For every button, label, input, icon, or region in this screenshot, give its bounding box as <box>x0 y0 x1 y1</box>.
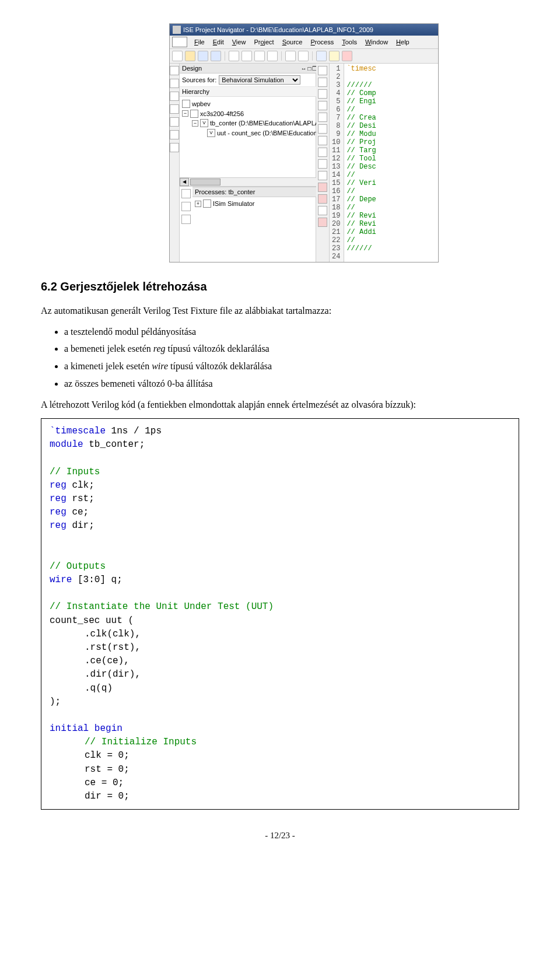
left-icon-strip <box>170 64 180 262</box>
menu-view[interactable]: View <box>229 38 250 46</box>
process-isim[interactable]: + ISim Simulator <box>195 200 323 208</box>
code-comment: // Inputs <box>50 467 100 477</box>
code-token: .clk(clk), <box>85 629 141 639</box>
editor-icon-8[interactable] <box>318 148 327 157</box>
menu-edit[interactable]: Edit <box>209 38 228 46</box>
toolbar-open-icon[interactable] <box>185 51 195 61</box>
bullet-list: a tesztelendő modul példányosítása a bem… <box>64 324 519 391</box>
tree-expand-icon[interactable]: + <box>195 201 201 207</box>
project-icon <box>182 100 190 108</box>
code-token: wire <box>50 575 72 585</box>
sidebar-icon-1[interactable] <box>170 66 179 75</box>
editor-icon-12[interactable] <box>318 194 327 204</box>
processes-tree[interactable]: + ISim Simulator <box>192 197 326 225</box>
code-token: .ce(ce), <box>85 656 130 666</box>
editor-icon-strip <box>316 64 330 262</box>
code-token: clk; <box>66 480 94 491</box>
toolbar-new-icon[interactable] <box>172 51 183 61</box>
proc-icon-1[interactable] <box>181 189 191 198</box>
toolbar-save-icon[interactable] <box>198 51 208 61</box>
sidebar-icon-7[interactable] <box>170 143 179 152</box>
editor-icon-5[interactable] <box>318 113 327 122</box>
code-token: initial <box>50 723 89 734</box>
toolbar-cancel-icon[interactable] <box>342 51 352 61</box>
toolbar-redo-icon[interactable] <box>298 51 309 61</box>
hierarchy-label: Hierarchy <box>182 88 209 95</box>
panel-nav-icon[interactable]: ↔ <box>300 65 306 72</box>
editor-icon-14[interactable] <box>318 218 327 227</box>
toolbar-delete-icon[interactable] <box>267 51 278 61</box>
editor-icon-2[interactable] <box>318 78 327 87</box>
editor-icon-7[interactable] <box>318 136 327 145</box>
editor-icon-4[interactable] <box>318 101 327 110</box>
tree-row-root[interactable]: wpbev <box>182 99 323 109</box>
scroll-left-icon[interactable]: ◀ <box>180 178 189 186</box>
menu-source[interactable]: Source <box>279 38 306 46</box>
processes-icon-strip <box>180 187 192 225</box>
code-token: 1ns / 1ps <box>106 426 162 436</box>
ise-screenshot: ISE Project Navigator - D:\BME\Education… <box>169 23 439 262</box>
panel-min-icon[interactable]: □ <box>307 65 311 72</box>
scroll-thumb[interactable] <box>190 178 220 186</box>
intro-paragraph: Az automatikusan generált Verilog Test F… <box>41 304 519 318</box>
toolbar-light-icon[interactable] <box>329 51 340 61</box>
editor-icon-9[interactable] <box>318 159 327 169</box>
code-token: module <box>50 439 83 450</box>
menubar: File Edit View Project Source Process To… <box>170 36 438 49</box>
hierarchy-header: Hierarchy <box>180 87 326 97</box>
code-token: .rst(rst), <box>85 642 141 653</box>
code-token: [3:0] q; <box>72 575 122 585</box>
toolbar-saveall-icon[interactable] <box>211 51 221 61</box>
tree-row-chip[interactable]: − xc3s200-4ft256 <box>182 109 323 119</box>
code-editor[interactable]: 123456789101112131415161718192021222324 … <box>330 64 438 262</box>
editor-icon-1[interactable] <box>318 66 327 75</box>
menu-file[interactable]: File <box>191 38 208 46</box>
toolbar-undo-icon[interactable] <box>285 51 296 61</box>
code-token: reg <box>50 494 66 504</box>
sources-for-label: Sources for: <box>182 76 216 83</box>
menu-process[interactable]: Process <box>307 38 338 46</box>
processes-header: Processes: tb_conter <box>192 187 326 197</box>
tree-collapse-icon[interactable]: − <box>182 110 188 117</box>
sidebar-icon-5[interactable] <box>170 117 179 127</box>
editor-icon-10[interactable] <box>318 171 327 180</box>
proc-icon-3[interactable] <box>181 215 191 224</box>
menu-window[interactable]: Window <box>362 38 391 46</box>
editor-icon-13[interactable] <box>318 206 327 215</box>
toolbar-cut-icon[interactable] <box>229 51 239 61</box>
list-item: a bemeneti jelek esetén reg típusú válto… <box>64 341 519 356</box>
tree-root-label: wpbev <box>192 99 211 109</box>
proc-icon-2[interactable] <box>181 202 191 211</box>
section-heading: 6.2 Gerjesztőjelek létrehozása <box>41 280 519 293</box>
toolbar <box>170 49 438 64</box>
editor-icon-3[interactable] <box>318 89 327 99</box>
tree-row-uut[interactable]: V uut - count_sec (D:\BME\Education <box>182 128 323 138</box>
chip-icon <box>190 110 198 118</box>
code-lines[interactable]: `timesc //////// Comp// Engi//// Crea// … <box>344 64 378 262</box>
code-token: dir; <box>66 520 94 531</box>
menu-doc-icon <box>172 37 187 47</box>
sidebar-icon-3[interactable] <box>170 92 179 101</box>
tree-collapse-icon[interactable]: − <box>192 120 198 127</box>
tree-scrollbar[interactable]: ◀ ▶ <box>180 177 326 186</box>
toolbar-find-icon[interactable] <box>316 51 327 61</box>
toolbar-copy-icon[interactable] <box>242 51 252 61</box>
sidebar-icon-2[interactable] <box>170 79 179 88</box>
menu-tools[interactable]: Tools <box>338 38 360 46</box>
code-token: reg <box>50 507 66 517</box>
menu-help[interactable]: Help <box>393 38 413 46</box>
menu-project[interactable]: Project <box>250 38 277 46</box>
sidebar-icon-4[interactable] <box>170 104 179 114</box>
editor-icon-11[interactable] <box>318 183 327 192</box>
tree-tb-label: tb_conter (D:\BME\Education\ALAPLAB <box>210 118 323 128</box>
hierarchy-tree[interactable]: wpbev − xc3s200-4ft256 − V tb_conter (D:… <box>180 97 326 177</box>
processes-label: Processes: tb_conter <box>195 188 255 195</box>
sources-for-select[interactable]: Behavioral Simulation <box>219 75 300 85</box>
tree-row-tb[interactable]: − V tb_conter (D:\BME\Education\ALAPLAB <box>182 118 323 128</box>
editor-icon-6[interactable] <box>318 124 327 134</box>
simulator-icon <box>203 200 211 208</box>
sidebar-icon-6[interactable] <box>170 130 179 139</box>
after-bullets-paragraph: A létrehozott Verilog kód (a fentiekben … <box>41 398 519 412</box>
toolbar-paste-icon[interactable] <box>254 51 265 61</box>
code-token: .q(q) <box>85 683 113 694</box>
